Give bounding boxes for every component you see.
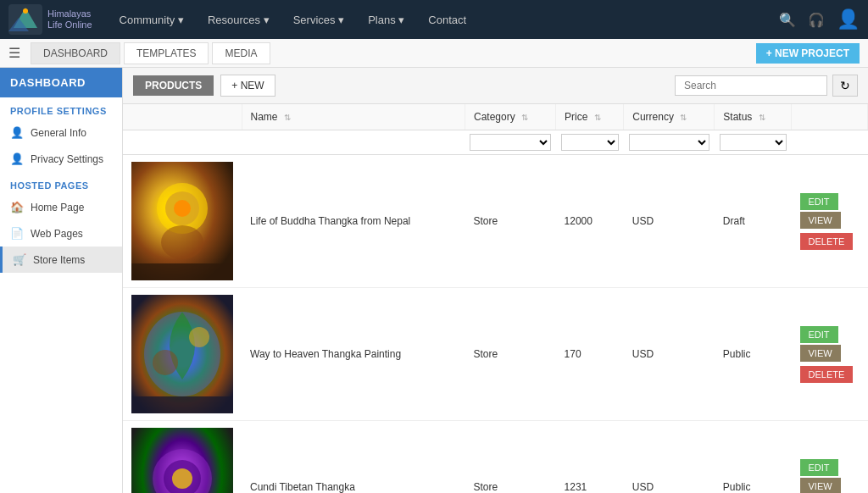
product-currency-3: USD: [624, 421, 715, 494]
sidebar-item-privacy-settings[interactable]: 👤 Privacy Settings: [0, 146, 122, 172]
action-buttons-2: EDIT VIEW DELETE: [800, 326, 860, 383]
delete-button-2[interactable]: DELETE: [800, 366, 854, 383]
col-actions: [792, 104, 868, 130]
svg-point-3: [23, 8, 28, 14]
tab-media[interactable]: MEDIA: [212, 42, 270, 64]
svg-point-11: [189, 327, 209, 347]
nav-services[interactable]: Services ▾: [283, 8, 354, 31]
delete-button-1[interactable]: DELETE: [800, 233, 854, 250]
hamburger-icon[interactable]: ☰: [8, 45, 20, 61]
nav-resources[interactable]: Resources ▾: [198, 8, 280, 31]
profile-settings-section: PROFILE SETTINGS: [0, 97, 122, 119]
sidebar-item-store-items[interactable]: 🛒 Store Items: [0, 246, 122, 273]
product-image-3: [131, 428, 233, 493]
brand-text: HimalayasLife Online: [47, 8, 92, 30]
nav-plans[interactable]: Plans ▾: [358, 8, 415, 31]
status-sort-icon[interactable]: ⇅: [759, 113, 765, 122]
main-layout: DASHBOARD PROFILE SETTINGS 👤 General Inf…: [0, 68, 868, 493]
product-name-2: Way to Heaven Thangka Painting: [242, 288, 465, 421]
search-input[interactable]: [675, 75, 827, 96]
nav-community[interactable]: Community ▾: [109, 8, 194, 31]
status-filter-select[interactable]: Draft Public: [720, 134, 787, 151]
svg-point-10: [153, 350, 178, 375]
brand-logo[interactable]: HimalayasLife Online: [8, 4, 92, 35]
sub-nav-left: ☰ DASHBOARD TEMPLATES MEDIA: [8, 42, 272, 64]
search-icon[interactable]: 🔍: [779, 12, 796, 28]
sidebar-label-home-page: Home Page: [31, 202, 84, 213]
sidebar-label-privacy-settings: Privacy Settings: [31, 153, 103, 165]
view-button-2[interactable]: VIEW: [800, 345, 841, 362]
sidebar-item-home-page[interactable]: 🏠 Home Page: [0, 194, 122, 220]
table-header-row: Name ⇅ Category ⇅ Price ⇅ Currency ⇅: [123, 104, 868, 130]
category-sort-icon[interactable]: ⇅: [521, 113, 528, 122]
new-project-button[interactable]: + NEW PROJECT: [756, 43, 860, 64]
table-row: Life of Buddha Thangka from Nepal Store …: [123, 155, 868, 288]
product-currency-2: USD: [624, 288, 715, 421]
col-name: Name ⇅: [242, 104, 465, 130]
col-price: Price ⇅: [556, 104, 624, 130]
filter-currency-cell[interactable]: USD: [624, 130, 715, 155]
product-category-1: Store: [465, 155, 555, 288]
col-category: Category ⇅: [465, 104, 555, 130]
filter-category-cell[interactable]: Store: [465, 130, 555, 155]
nav-contact[interactable]: Contact: [418, 8, 476, 31]
nav-right-icons: 🔍 🎧 👤: [779, 8, 860, 30]
product-status-2: Public: [715, 288, 792, 421]
action-buttons-3: EDIT VIEW DELETE: [800, 459, 860, 494]
nav-items: Community ▾ Resources ▾ Services ▾ Plans…: [109, 8, 779, 31]
product-price-1: 12000: [556, 155, 624, 288]
headset-icon[interactable]: 🎧: [808, 12, 825, 28]
edit-button-1[interactable]: EDIT: [800, 193, 838, 210]
product-actions-3: EDIT VIEW DELETE: [792, 421, 868, 494]
pages-icon: 📄: [10, 227, 24, 240]
top-navigation: HimalayasLife Online Community ▾ Resourc…: [0, 0, 868, 39]
filter-image-cell: [123, 130, 242, 155]
col-status: Status ⇅: [715, 104, 792, 130]
product-price-3: 1231: [556, 421, 624, 494]
tab-dashboard[interactable]: DASHBOARD: [31, 42, 120, 64]
new-item-button[interactable]: + NEW: [220, 75, 275, 97]
view-button-3[interactable]: VIEW: [800, 478, 841, 494]
svg-point-7: [161, 225, 203, 259]
hosted-pages-section: HOSTED PAGES: [0, 172, 122, 194]
content-toolbar: PRODUCTS + NEW ↻: [123, 68, 868, 104]
category-filter-select[interactable]: Store: [470, 134, 550, 151]
currency-filter-select[interactable]: USD: [629, 134, 709, 151]
sidebar-label-general-info: General Info: [31, 127, 86, 139]
price-sort-icon[interactable]: ⇅: [594, 113, 601, 122]
products-table: Name ⇅ Category ⇅ Price ⇅ Currency ⇅: [123, 104, 868, 493]
edit-button-3[interactable]: EDIT: [800, 459, 838, 476]
sub-navigation: ☰ DASHBOARD TEMPLATES MEDIA + NEW PROJEC…: [0, 39, 868, 68]
name-sort-icon[interactable]: ⇅: [284, 113, 291, 122]
svg-point-6: [174, 200, 191, 217]
home-icon: 🏠: [10, 201, 24, 213]
privacy-icon: 👤: [10, 152, 24, 165]
edit-button-2[interactable]: EDIT: [800, 326, 838, 343]
sidebar: DASHBOARD PROFILE SETTINGS 👤 General Inf…: [0, 68, 123, 493]
product-image-cell-2: [123, 288, 242, 421]
col-currency: Currency ⇅: [624, 104, 715, 130]
sidebar-item-general-info[interactable]: 👤 General Info: [0, 119, 122, 146]
view-button-1[interactable]: VIEW: [800, 212, 841, 229]
sidebar-item-web-pages[interactable]: 📄 Web Pages: [0, 220, 122, 246]
refresh-button[interactable]: ↻: [832, 75, 858, 97]
user-circle-icon: 👤: [10, 126, 24, 139]
products-button[interactable]: PRODUCTS: [133, 75, 214, 96]
user-avatar[interactable]: 👤: [837, 8, 860, 30]
svg-rect-8: [131, 263, 233, 280]
product-name-3: Cundi Tibetan Thangka: [242, 421, 465, 494]
currency-sort-icon[interactable]: ⇅: [680, 113, 687, 122]
tab-templates[interactable]: TEMPLATES: [124, 42, 209, 64]
product-price-2: 170: [556, 288, 624, 421]
sidebar-header: DASHBOARD: [0, 68, 122, 97]
filter-status-cell[interactable]: Draft Public: [715, 130, 792, 155]
product-status-1: Draft: [715, 155, 792, 288]
col-image: [123, 104, 242, 130]
price-filter-select[interactable]: [561, 134, 619, 151]
product-actions-1: EDIT VIEW DELETE: [792, 155, 868, 288]
filter-price-cell[interactable]: [556, 130, 624, 155]
product-category-3: Store: [465, 421, 555, 494]
svg-point-15: [172, 468, 192, 489]
action-buttons-1: EDIT VIEW DELETE: [800, 193, 860, 250]
product-image-cell-3: [123, 421, 242, 494]
